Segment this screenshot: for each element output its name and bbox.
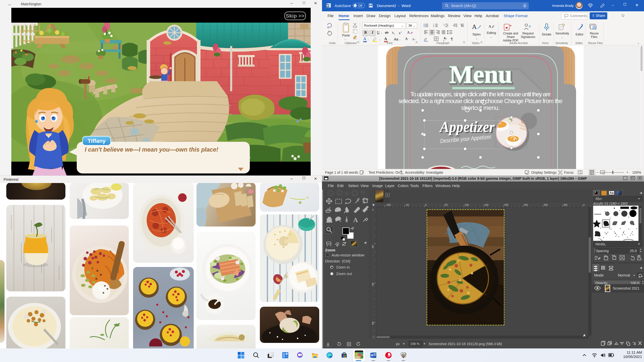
svg-text:A↓: A↓ (444, 37, 447, 40)
svg-text:b: b (444, 25, 445, 26)
svg-text:-50: -50 (405, 204, 409, 206)
svg-text:▼: ▼ (641, 276, 643, 278)
svg-text:300: 300 (372, 322, 374, 325)
svg-text:100: 100 (465, 204, 469, 206)
svg-text:200: 200 (504, 204, 508, 206)
svg-text:300: 300 (544, 204, 548, 206)
svg-text:I can't believe we—I mean you—: I can't believe we—I mean you—own this p… (85, 146, 218, 153)
svg-text:Skip >>: Skip >> (286, 13, 305, 19)
svg-text:250: 250 (524, 204, 528, 206)
svg-text:Appetizer: Appetizer (439, 118, 495, 135)
svg-text:3: 3 (433, 26, 434, 27)
svg-text:To update images, single click: To update images, single click with the … (410, 91, 551, 98)
svg-text:selected. Do a right mouse cl: selected. Do a right mouse click and cho… (398, 98, 562, 104)
svg-text:100: 100 (372, 245, 374, 248)
svg-text:W: W (326, 5, 329, 7)
svg-text:A: A (353, 216, 358, 224)
svg-text:0: 0 (425, 204, 427, 206)
svg-text:0: 0 (372, 209, 374, 210)
svg-text:ⓘ: ⓘ (337, 242, 339, 245)
svg-text:A: A (489, 24, 491, 28)
svg-text:200: 200 (372, 283, 374, 286)
svg-text:-100: -100 (386, 204, 391, 206)
svg-text:350: 350 (563, 204, 568, 206)
svg-text:4: 4 (583, 204, 585, 206)
svg-text:50: 50 (445, 204, 448, 206)
svg-text:W: W (371, 354, 374, 357)
svg-text:150: 150 (484, 204, 489, 206)
svg-text:¶: ¶ (451, 37, 453, 41)
svg-text:Menu: Menu (449, 60, 512, 88)
svg-text:Tiffany: Tiffany (88, 138, 106, 144)
